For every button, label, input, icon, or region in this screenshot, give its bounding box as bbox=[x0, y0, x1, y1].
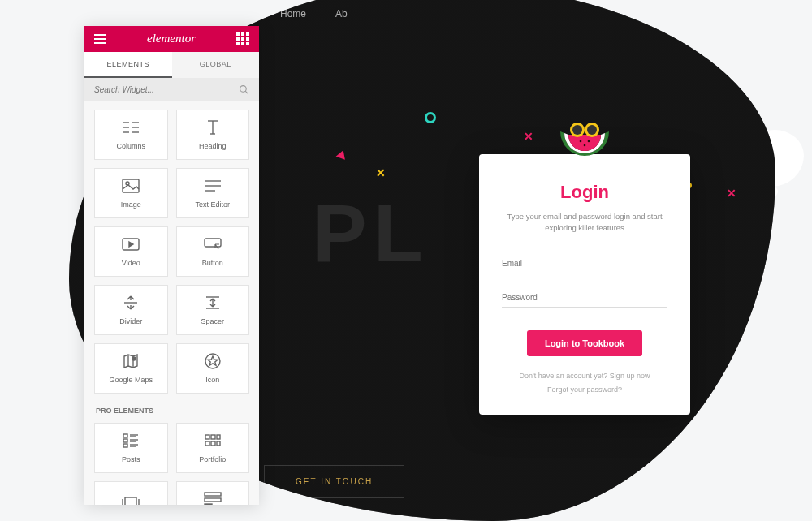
svg-point-19 bbox=[126, 182, 129, 185]
video-icon bbox=[122, 235, 140, 253]
svg-point-3 bbox=[587, 125, 597, 135]
widget-label: Button bbox=[202, 259, 223, 267]
login-modal: Login Type your email and password login… bbox=[479, 154, 690, 415]
svg-rect-38 bbox=[123, 444, 127, 447]
svg-point-7 bbox=[240, 85, 247, 92]
image-icon bbox=[122, 177, 140, 195]
divider-icon bbox=[123, 294, 139, 312]
panel-header: elementor bbox=[84, 26, 259, 52]
slides-icon bbox=[122, 494, 140, 505]
button-icon bbox=[204, 235, 222, 253]
pro-elements-heading: PRO ELEMENTS bbox=[94, 402, 249, 415]
widget-label: Portfolio bbox=[199, 455, 226, 463]
confetti-ring-icon bbox=[425, 112, 436, 123]
tab-global[interactable]: GLOBAL bbox=[172, 52, 260, 78]
login-submit-button[interactable]: Login to Tookbook bbox=[527, 330, 642, 356]
svg-rect-24 bbox=[205, 239, 221, 247]
widget-text-editor[interactable]: Text Editor bbox=[176, 168, 250, 218]
columns-icon bbox=[121, 118, 140, 136]
forgot-password-link[interactable]: Forgot your password? bbox=[502, 383, 667, 397]
svg-point-2 bbox=[572, 125, 582, 135]
svg-rect-45 bbox=[211, 441, 215, 446]
widget-label: Text Editor bbox=[195, 200, 230, 209]
widget-posts[interactable]: Posts bbox=[94, 423, 168, 473]
search-input[interactable] bbox=[94, 85, 239, 94]
widget-label: Columns bbox=[116, 142, 145, 150]
confetti-x-icon: ✕ bbox=[376, 166, 386, 179]
widget-columns[interactable]: Columns bbox=[94, 110, 168, 160]
widget-heading[interactable]: Heading bbox=[176, 110, 250, 160]
posts-icon bbox=[123, 432, 139, 450]
map-icon bbox=[123, 352, 139, 370]
search-icon[interactable] bbox=[239, 84, 249, 95]
svg-rect-35 bbox=[123, 439, 127, 442]
svg-rect-18 bbox=[123, 179, 139, 192]
svg-rect-44 bbox=[205, 441, 209, 446]
apps-icon[interactable] bbox=[236, 32, 249, 45]
widget-label: Google Maps bbox=[109, 376, 153, 384]
brand-logo: elementor bbox=[147, 32, 196, 45]
site-nav: Home Ab bbox=[69, 8, 775, 19]
widget-form[interactable]: Form bbox=[176, 481, 250, 505]
text-editor-icon bbox=[204, 177, 222, 195]
widget-label: Heading bbox=[199, 142, 227, 150]
widget-button[interactable]: Button bbox=[176, 226, 250, 277]
widget-portfolio[interactable]: Portfolio bbox=[176, 423, 250, 473]
portfolio-icon bbox=[205, 432, 221, 450]
nav-home[interactable]: Home bbox=[280, 8, 306, 19]
search-row bbox=[84, 78, 259, 101]
form-icon bbox=[204, 490, 222, 505]
hero-bg-text: PL bbox=[313, 187, 430, 280]
widget-label: Spacer bbox=[201, 317, 224, 325]
signup-link[interactable]: Don't have an account yet? Sign up now bbox=[502, 369, 667, 383]
widget-grid: Columns Heading Image Text Editor Video … bbox=[84, 101, 259, 505]
widget-label: Video bbox=[122, 259, 140, 267]
widget-label: Divider bbox=[119, 317, 142, 325]
confetti-x-icon: ✕ bbox=[727, 187, 736, 200]
svg-point-4 bbox=[580, 140, 582, 143]
widget-label: Posts bbox=[122, 455, 140, 463]
svg-rect-52 bbox=[205, 493, 221, 496]
login-subtitle: Type your email and password login and s… bbox=[502, 211, 667, 235]
elementor-panel: elementor ELEMENTS GLOBAL Columns Headin… bbox=[84, 26, 259, 505]
star-icon bbox=[205, 352, 221, 370]
svg-rect-43 bbox=[217, 435, 220, 439]
tab-elements[interactable]: ELEMENTS bbox=[84, 52, 172, 78]
svg-point-30 bbox=[132, 357, 136, 360]
password-field[interactable] bbox=[502, 285, 667, 308]
svg-rect-42 bbox=[211, 435, 215, 439]
confetti-x-icon: ✕ bbox=[524, 130, 533, 143]
widget-divider[interactable]: Divider bbox=[94, 285, 168, 335]
svg-rect-54 bbox=[205, 504, 212, 505]
spacer-icon bbox=[205, 294, 221, 312]
get-in-touch-button[interactable]: GET IN TOUCH bbox=[264, 465, 404, 498]
svg-rect-41 bbox=[205, 435, 209, 439]
email-field[interactable] bbox=[502, 251, 667, 273]
menu-icon[interactable] bbox=[94, 34, 106, 44]
widget-google-maps[interactable]: Google Maps bbox=[94, 343, 168, 394]
widget-image[interactable]: Image bbox=[94, 168, 168, 218]
watermelon-mascot-icon bbox=[556, 123, 613, 164]
svg-point-5 bbox=[588, 140, 590, 143]
svg-point-6 bbox=[584, 144, 586, 147]
svg-line-8 bbox=[245, 91, 248, 93]
svg-rect-53 bbox=[205, 498, 221, 502]
widget-slides[interactable] bbox=[94, 481, 168, 505]
login-title: Login bbox=[502, 182, 667, 203]
svg-rect-46 bbox=[217, 441, 220, 446]
widget-video[interactable]: Video bbox=[94, 226, 168, 277]
widget-label: Icon bbox=[205, 376, 219, 384]
nav-about[interactable]: Ab bbox=[335, 8, 348, 19]
panel-tabs: ELEMENTS GLOBAL bbox=[84, 52, 259, 78]
svg-rect-47 bbox=[125, 497, 136, 505]
widget-icon[interactable]: Icon bbox=[176, 343, 250, 394]
widget-spacer[interactable]: Spacer bbox=[176, 285, 250, 335]
heading-icon bbox=[205, 118, 221, 136]
svg-rect-32 bbox=[123, 434, 127, 437]
widget-label: Image bbox=[121, 200, 141, 209]
confetti-triangle-icon bbox=[336, 149, 348, 160]
